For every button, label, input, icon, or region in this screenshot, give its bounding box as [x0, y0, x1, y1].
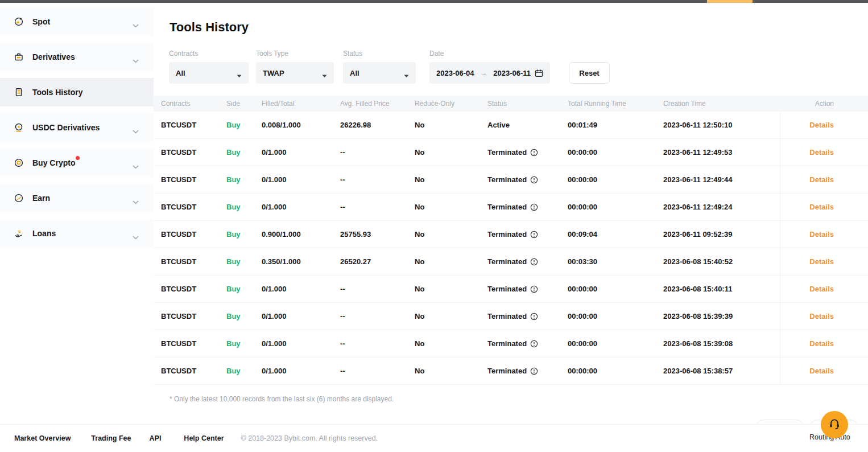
sidebar-item-spot[interactable]: Spot [0, 7, 154, 36]
cell-side: Buy [226, 257, 262, 266]
terminated-info-icon[interactable] [530, 285, 538, 293]
details-link[interactable]: Details [809, 285, 834, 293]
details-link[interactable]: Details [809, 257, 834, 266]
cell-side: Buy [226, 312, 262, 320]
status-text: Terminated [487, 367, 527, 375]
details-link[interactable]: Details [809, 230, 834, 239]
date-range-picker[interactable]: 2023-06-04 → 2023-06-11 [429, 62, 550, 84]
cell-filled-total: 0.008/1.000 [262, 121, 340, 129]
sidebar-item-derivatives[interactable]: Derivatives [0, 43, 154, 71]
cell-reduce-only: No [415, 203, 487, 211]
cell-creation-time: 2023-06-11 09:52:39 [663, 230, 780, 239]
status-text: Terminated [487, 175, 527, 184]
cell-status: Terminated [487, 285, 568, 293]
tools-type-select[interactable]: TWAP [256, 62, 334, 84]
cell-side: Buy [226, 148, 262, 157]
cell-side: Buy [226, 285, 262, 293]
tools-type-filter-label: Tools Type [256, 50, 343, 57]
column-header-contracts: Contracts [154, 100, 226, 108]
status-select-value: All [350, 69, 359, 77]
caret-down-icon [404, 71, 409, 75]
cell-action: Details [780, 221, 868, 248]
sidebar-item-loans[interactable]: Loans [0, 219, 154, 248]
caret-down-icon [322, 71, 327, 75]
cell-status: Terminated [487, 312, 568, 320]
cell-action: Details [780, 276, 868, 302]
chevron-down-icon [133, 126, 139, 130]
status-filter-label: Status [343, 50, 429, 57]
terminated-info-icon[interactable] [530, 367, 538, 375]
footer-link-trading-fee[interactable]: Trading Fee [91, 434, 131, 442]
details-link[interactable]: Details [809, 175, 834, 184]
details-link[interactable]: Details [809, 121, 834, 129]
cell-contracts: BTCUSDT [154, 175, 226, 184]
column-header-avg-filled-price: Avg. Filled Price [340, 100, 415, 108]
status-text: Terminated [487, 339, 527, 348]
date-filter: Date 2023-06-04 → 2023-06-11 [429, 50, 569, 84]
column-header-action: Action [780, 96, 868, 112]
status-text: Terminated [487, 230, 527, 239]
contracts-filter-label: Contracts [169, 50, 256, 57]
details-link[interactable]: Details [809, 203, 834, 211]
cell-side: Buy [226, 121, 262, 129]
contracts-filter: Contracts All [169, 50, 256, 84]
cell-reduce-only: No [415, 339, 487, 348]
cell-side: Buy [226, 339, 262, 348]
spot-icon [14, 17, 24, 27]
cell-contracts: BTCUSDT [154, 257, 226, 266]
table-row: BTCUSDT Buy 0.350/1.000 26520.27 No Term… [154, 248, 868, 276]
footer-link-help-center[interactable]: Help Center [184, 434, 224, 442]
sidebar-item-label: Loans [32, 229, 56, 238]
cell-reduce-only: No [415, 175, 487, 184]
cell-total-running-time: 00:00:00 [568, 203, 663, 211]
date-filter-label: Date [429, 50, 569, 57]
cell-action: Details [780, 194, 868, 220]
details-link[interactable]: Details [809, 367, 834, 375]
cell-total-running-time: 00:00:00 [568, 339, 663, 348]
records-note: * Only the latest 10,000 records from th… [170, 395, 868, 403]
cell-status: Terminated [487, 257, 568, 266]
cell-action: Details [780, 358, 868, 384]
sidebar-item-tools-history[interactable]: Tools History [0, 78, 154, 106]
cell-status: Terminated [487, 230, 568, 239]
calendar-icon [535, 69, 543, 77]
reset-button[interactable]: Reset [569, 62, 610, 84]
status-text: Terminated [487, 203, 527, 211]
cell-status: Terminated [487, 367, 568, 375]
cell-filled-total: 0.350/1.000 [262, 257, 340, 266]
contracts-select[interactable]: All [169, 62, 249, 84]
cell-status: Terminated [487, 203, 568, 211]
footer-copyright: © 2018-2023 Bybit.com. All rights reserv… [241, 434, 378, 442]
cell-creation-time: 2023-06-11 12:49:44 [663, 175, 780, 184]
sidebar-item-earn[interactable]: Earn [0, 184, 154, 212]
cell-filled-total: 0.900/1.000 [262, 230, 340, 239]
details-link[interactable]: Details [809, 148, 834, 157]
details-link[interactable]: Details [809, 339, 834, 348]
terminated-info-icon[interactable] [530, 340, 538, 348]
derivatives-icon [14, 52, 24, 62]
support-chat-button[interactable] [821, 411, 848, 438]
footer-link-api[interactable]: API [150, 434, 162, 442]
cell-reduce-only: No [415, 257, 487, 266]
details-link[interactable]: Details [809, 312, 834, 320]
cell-filled-total: 0/1.000 [262, 175, 340, 184]
status-text: Terminated [487, 285, 527, 293]
page: Spot Derivatives Tools History USD [0, 0, 868, 452]
status-select[interactable]: All [343, 62, 416, 84]
terminated-info-icon[interactable] [530, 258, 538, 266]
footer-link-market-overview[interactable]: Market Overview [14, 434, 71, 442]
sidebar-item-label: Spot [32, 17, 50, 26]
terminated-info-icon[interactable] [530, 176, 538, 184]
cell-action: Details [780, 166, 868, 193]
terminated-info-icon[interactable] [530, 203, 538, 211]
terminated-info-icon[interactable] [530, 149, 538, 157]
cell-avg-filled-price: -- [340, 148, 415, 157]
cell-avg-filled-price: 25755.93 [340, 230, 415, 239]
sidebar-item-usdc-derivatives[interactable]: USDC Derivatives [0, 113, 154, 142]
cell-contracts: BTCUSDT [154, 285, 226, 293]
sidebar-item-buy-crypto[interactable]: Buy Crypto [0, 149, 154, 177]
terminated-info-icon[interactable] [530, 231, 538, 239]
cell-action: Details [780, 330, 868, 357]
terminated-info-icon[interactable] [530, 313, 538, 320]
usdc-derivatives-icon [14, 122, 24, 133]
